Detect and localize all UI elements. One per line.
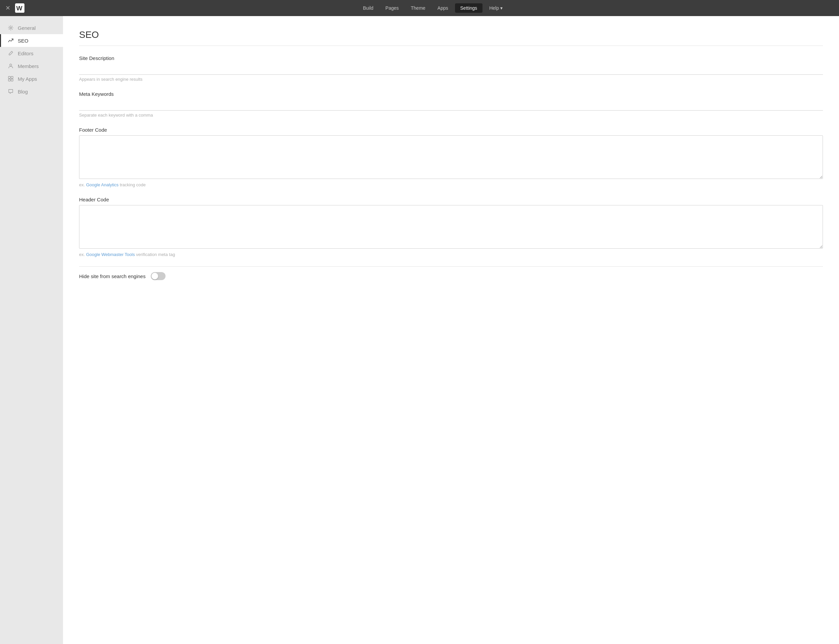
meta-keywords-label: Meta Keywords xyxy=(79,91,823,97)
nav-item-apps[interactable]: Apps xyxy=(432,3,454,13)
footer-code-section: Footer Code ex. Google Analytics trackin… xyxy=(79,127,823,187)
meta-keywords-section: Meta Keywords Separate each keyword with… xyxy=(79,91,823,118)
site-description-label: Site Description xyxy=(79,55,823,61)
header-code-label: Header Code xyxy=(79,197,823,202)
footer-hint-suffix: tracking code xyxy=(118,182,146,187)
header-hint-suffix: verification meta tag xyxy=(135,252,175,257)
sidebar-label-blog: Blog xyxy=(18,89,28,94)
google-analytics-link[interactable]: Google Analytics xyxy=(86,182,118,187)
footer-code-textarea[interactable] xyxy=(79,135,823,179)
gear-icon xyxy=(8,25,14,31)
sidebar-item-my-apps[interactable]: My Apps xyxy=(0,72,63,85)
nav-item-pages[interactable]: Pages xyxy=(380,3,404,13)
grid-icon xyxy=(8,76,14,82)
page-title: SEO xyxy=(79,30,823,40)
nav-item-theme[interactable]: Theme xyxy=(406,3,431,13)
sidebar-item-editors[interactable]: Editors xyxy=(0,47,63,60)
sidebar-item-seo[interactable]: SEO xyxy=(0,34,63,47)
svg-rect-7 xyxy=(11,79,13,81)
header-hint-prefix: ex. xyxy=(79,252,86,257)
footer-code-label: Footer Code xyxy=(79,127,823,133)
hide-from-search-toggle[interactable] xyxy=(151,272,166,280)
sidebar-label-my-apps: My Apps xyxy=(18,76,37,82)
svg-rect-4 xyxy=(8,76,10,79)
google-webmaster-tools-link[interactable]: Google Webmaster Tools xyxy=(86,252,135,257)
header-code-section: Header Code ex. Google Webmaster Tools v… xyxy=(79,197,823,257)
site-description-section: Site Description Appears in search engin… xyxy=(79,55,823,82)
top-nav: ✕ W Build Pages Theme Apps Settings Help… xyxy=(0,0,839,16)
svg-point-3 xyxy=(10,64,12,66)
nav-item-help[interactable]: Help ▾ xyxy=(484,3,508,13)
sidebar-label-members: Members xyxy=(18,63,39,69)
person-icon xyxy=(8,63,14,69)
hide-from-search-row: Hide site from search engines xyxy=(79,266,823,286)
svg-rect-5 xyxy=(11,76,13,79)
svg-point-2 xyxy=(10,27,12,29)
hide-from-search-label: Hide site from search engines xyxy=(79,273,145,279)
footer-code-hint: ex. Google Analytics tracking code xyxy=(79,182,823,187)
close-button[interactable]: ✕ xyxy=(5,5,10,11)
meta-keywords-hint: Separate each keyword with a comma xyxy=(79,113,823,118)
nav-item-build[interactable]: Build xyxy=(358,3,379,13)
sidebar-item-members[interactable]: Members xyxy=(0,60,63,72)
sidebar-label-seo: SEO xyxy=(18,38,28,44)
svg-text:W: W xyxy=(16,5,23,12)
title-divider xyxy=(79,46,823,46)
pencil-icon xyxy=(8,50,14,56)
footer-hint-prefix: ex. xyxy=(79,182,86,187)
toggle-knob xyxy=(151,273,158,279)
sidebar-item-general[interactable]: General xyxy=(0,21,63,34)
nav-items: Build Pages Theme Apps Settings Help ▾ xyxy=(32,3,834,13)
comment-icon xyxy=(8,89,14,94)
trending-up-icon xyxy=(8,38,14,44)
main-content: SEO Site Description Appears in search e… xyxy=(63,16,839,644)
nav-item-settings[interactable]: Settings xyxy=(455,3,483,13)
header-code-textarea[interactable] xyxy=(79,205,823,249)
logo: W xyxy=(15,3,25,13)
site-description-hint: Appears in search engine results xyxy=(79,77,823,82)
header-code-hint: ex. Google Webmaster Tools verification … xyxy=(79,252,823,257)
sidebar-item-blog[interactable]: Blog xyxy=(0,85,63,98)
app-layout: General SEO Editors xyxy=(0,16,839,644)
sidebar: General SEO Editors xyxy=(0,16,63,644)
site-description-input[interactable] xyxy=(79,64,823,75)
svg-rect-6 xyxy=(8,79,10,81)
sidebar-label-editors: Editors xyxy=(18,51,33,56)
sidebar-label-general: General xyxy=(18,25,36,31)
meta-keywords-input[interactable] xyxy=(79,100,823,110)
